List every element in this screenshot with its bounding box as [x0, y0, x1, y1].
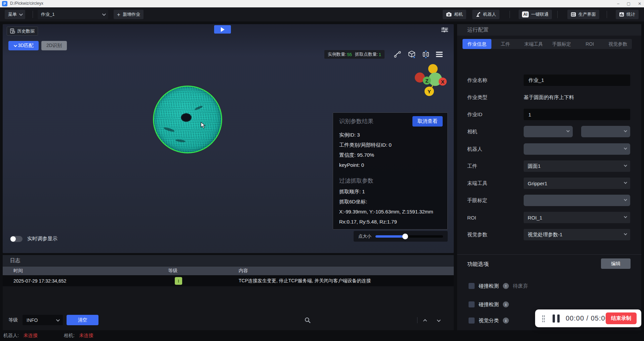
tab-workpiece[interactable]: 工件: [491, 39, 520, 49]
chevron-down-icon: [624, 232, 627, 235]
cancel-view-button[interactable]: 取消查看: [412, 116, 443, 127]
result-confidence: 置信度: 95.70%: [339, 150, 441, 160]
log-search-input[interactable]: [314, 318, 414, 323]
job-name-label: 作业名称: [467, 77, 487, 84]
realtime-toggle-row: 实时调参显示: [10, 236, 57, 242]
3d-viewport[interactable]: 历史数据 3D匹配 2D识别 实例数量:55 抓取点数量:1: [3, 24, 454, 253]
log-title: 日志: [3, 255, 454, 266]
workpiece-select[interactable]: 圆面1: [524, 160, 630, 172]
robot-select[interactable]: [524, 143, 630, 155]
tab-2d-recognition-label: 2D识别: [46, 43, 62, 49]
job-type-label: 作业类型: [467, 94, 487, 101]
add-job-label: 新增作业: [123, 11, 140, 17]
camera-select-2[interactable]: [581, 126, 630, 137]
cloud-shadow: [175, 139, 186, 143]
close-button[interactable]: ✕: [638, 1, 641, 6]
vision-params-select[interactable]: 视觉处理参数-1: [524, 229, 630, 240]
job-type-value: 基于圆面的有序上下料: [524, 92, 630, 103]
end-tool-value: Gripper1: [528, 181, 547, 186]
realtime-toggle[interactable]: [10, 236, 23, 242]
grid-icon: [571, 12, 576, 17]
job-name-input[interactable]: [524, 75, 630, 86]
camera-button[interactable]: 相机: [443, 10, 466, 19]
axis-x-ball[interactable]: X: [439, 78, 447, 86]
window-title: D:/Pickwiz/circleyx: [10, 1, 43, 6]
tab-hand-eye-calib[interactable]: 手眼标定: [548, 39, 576, 49]
field-roi: ROI ROI_1: [467, 212, 631, 223]
tab-vision-params[interactable]: 视觉参数: [604, 39, 632, 49]
log-controls: 等级 INFO 清空: [3, 315, 454, 326]
pause-icon[interactable]: [553, 314, 560, 323]
recording-toolbar[interactable]: 00:00 / 05:00 结束录制: [535, 309, 641, 327]
log-header-row: 时间 等级 内容: [3, 266, 454, 275]
hand-eye-select[interactable]: [524, 195, 630, 206]
log-row[interactable]: 2025-07-29 17:32:34,652 I TCP连接发生变更, 停止T…: [3, 275, 454, 286]
log-header-content: 内容: [239, 268, 248, 274]
result-class-id: 工件类别/局部特征ID: 0: [339, 140, 441, 150]
instance-count-badge: 实例数量:55 抓取点数量:1: [324, 50, 385, 59]
split-view-icon[interactable]: [421, 50, 431, 59]
minimize-button[interactable]: –: [617, 1, 619, 6]
point-size-slider[interactable]: [375, 235, 443, 238]
menu-dropdown[interactable]: 菜单: [5, 10, 25, 19]
add-job-button[interactable]: + 新增作业: [114, 10, 144, 19]
maximize-button[interactable]: ▢: [627, 1, 631, 6]
filter-params-title: 过滤抓取参数: [339, 177, 441, 185]
stop-recording-button[interactable]: 结束录制: [606, 312, 637, 324]
tab-roi[interactable]: ROI: [576, 39, 604, 49]
app-logo: P: [2, 1, 7, 6]
menu-icon[interactable]: [434, 50, 444, 59]
axis-y-ball[interactable]: Y: [425, 87, 434, 96]
warning-icon[interactable]: !: [503, 283, 509, 289]
search-next-button[interactable]: [434, 316, 443, 325]
log-level-select[interactable]: INFO: [23, 315, 63, 325]
chevron-down-icon: [624, 215, 627, 218]
ai-link-button[interactable]: AI 一键联通: [519, 10, 552, 19]
titlebar: P D:/Pickwiz/circleyx – ▢ ✕: [0, 0, 644, 7]
tab-job-info[interactable]: 作业信息: [462, 39, 491, 49]
search-prev-button[interactable]: [421, 316, 430, 325]
mouse-cursor: [201, 122, 206, 129]
stats-label: 统计: [627, 11, 635, 17]
roi-select[interactable]: ROI_1: [524, 212, 630, 223]
roi-label: ROI: [467, 215, 476, 221]
production-ui-button[interactable]: 生产界面: [567, 10, 599, 19]
log-level-value: INFO: [27, 318, 38, 323]
point-link-icon[interactable]: [393, 50, 403, 59]
point-cloud-disc[interactable]: [153, 86, 222, 153]
info-icon[interactable]: i: [503, 318, 509, 324]
stats-button[interactable]: 统计: [616, 10, 639, 19]
field-camera: 相机: [467, 126, 631, 137]
collision-checkbox-2[interactable]: [469, 301, 475, 307]
log-header-time: 时间: [13, 268, 23, 274]
job-id-input[interactable]: [524, 109, 630, 120]
cube-icon[interactable]: [407, 50, 417, 59]
field-job-type: 作业类型 基于圆面的有序上下料: [467, 92, 631, 103]
vision-classify-label: 视觉分类: [479, 318, 499, 324]
production-ui-label: 生产界面: [578, 11, 596, 17]
hand-eye-label: 手眼标定: [467, 197, 487, 204]
end-tool-select[interactable]: Gripper1: [524, 178, 630, 189]
drag-handle-icon[interactable]: [542, 315, 545, 322]
vision-classify-checkbox[interactable]: [469, 318, 475, 324]
roi-value: ROI_1: [528, 215, 542, 221]
history-data-button[interactable]: 历史数据: [7, 27, 38, 36]
grasp-6d-label: 抓取6D坐标:: [339, 197, 441, 207]
view-settings-icon[interactable]: [441, 27, 448, 33]
axis-z-ball[interactable]: Z: [423, 77, 431, 85]
info-icon[interactable]: i: [503, 301, 509, 307]
tab-end-tool[interactable]: 末端工具: [520, 39, 548, 49]
field-hand-eye: 手眼标定: [467, 195, 631, 206]
axis-ball-yellow[interactable]: [428, 64, 438, 74]
slider-knob[interactable]: [402, 234, 408, 239]
tab-2d-recognition[interactable]: 2D识别: [41, 41, 67, 50]
camera-select-1[interactable]: [524, 126, 573, 137]
job-select[interactable]: 作业_1: [38, 10, 108, 19]
chevron-down-icon: [56, 318, 60, 321]
clear-log-button[interactable]: 清空: [67, 315, 98, 325]
edit-button[interactable]: 编辑: [601, 258, 631, 269]
run-button[interactable]: [214, 25, 231, 34]
robot-button[interactable]: 机器人: [472, 10, 499, 19]
collision-checkbox-1[interactable]: [469, 283, 475, 289]
tab-3d-match[interactable]: 3D匹配: [8, 41, 39, 50]
